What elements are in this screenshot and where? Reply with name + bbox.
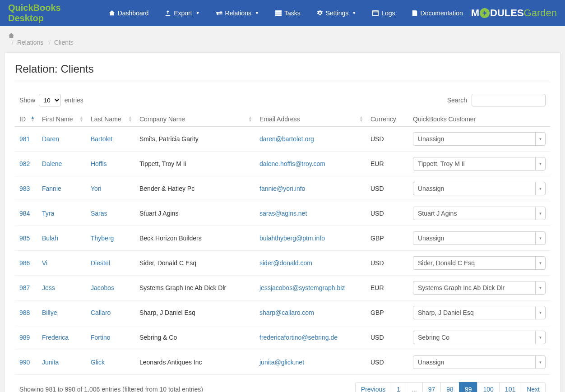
first-name-link[interactable]: Junita — [42, 359, 59, 366]
breadcrumb-home[interactable] — [8, 32, 557, 39]
email-link[interactable]: fredericafortino@sebring.de — [259, 334, 338, 341]
company-cell: Beck Horizon Builders — [135, 226, 255, 251]
nav-relations[interactable]: Relations▼ — [208, 0, 267, 26]
last-name-link[interactable]: Diestel — [91, 259, 110, 267]
qb-customer-select[interactable]: Unassign▼ — [413, 355, 546, 369]
id-link[interactable]: 986 — [19, 259, 30, 267]
col-id[interactable]: ID▲▼ — [15, 112, 37, 127]
nav-settings[interactable]: Settings▼ — [309, 0, 365, 26]
qb-customer-select[interactable]: Systems Graph Inc Ab Dick Dlr▼ — [413, 281, 546, 295]
qb-customer-select[interactable]: Sider, Donald C Esq▼ — [413, 256, 546, 270]
company-cell: Leonards Antiques Inc — [135, 350, 255, 375]
table-row: 984TyraSarasStuart J Aginssaras@agins.ne… — [15, 201, 550, 226]
page-1[interactable]: 1 — [391, 382, 406, 392]
first-name-link[interactable]: Bulah — [42, 235, 58, 242]
nav-logs[interactable]: Logs — [364, 0, 403, 26]
currency-cell: USD — [366, 350, 408, 375]
page-98[interactable]: 98 — [440, 382, 459, 392]
email-link[interactable]: dalene.hoffis@troy.com — [259, 160, 325, 167]
chevron-down-icon: ▼ — [535, 306, 545, 319]
page-next[interactable]: Next — [521, 382, 546, 392]
qb-customer-select[interactable]: Unassign▼ — [413, 132, 546, 146]
page-ellipsis[interactable]: ... — [406, 382, 423, 392]
page-title: Relation: Clients — [15, 63, 550, 82]
pagination: Previous1...979899100101Next — [356, 382, 546, 392]
last-name-link[interactable]: Jacobos — [91, 284, 114, 291]
email-link[interactable]: fannie@yori.info — [259, 185, 305, 192]
chevron-down-icon: ▼ — [535, 356, 545, 369]
email-link[interactable]: junita@glick.net — [259, 359, 304, 366]
col-first-name[interactable]: First Name▲▼ — [37, 112, 86, 127]
currency-cell: GBP — [366, 226, 408, 251]
col-company[interactable]: Company Name▲▼ — [135, 112, 255, 127]
nav-documentation[interactable]: Documentation — [403, 0, 471, 26]
id-link[interactable]: 983 — [19, 185, 30, 192]
id-link[interactable]: 990 — [19, 359, 30, 366]
last-name-link[interactable]: Bartolet — [91, 135, 112, 143]
id-link[interactable]: 981 — [19, 135, 30, 143]
chevron-down-icon: ▼ — [352, 11, 356, 15]
page-99[interactable]: 99 — [459, 382, 478, 392]
email-link[interactable]: sharp@callaro.com — [259, 309, 314, 316]
sort-icon: ▲▼ — [128, 116, 132, 122]
length-control: Show 10 entries — [19, 94, 83, 106]
email-link[interactable]: bulahthyberg@ptm.info — [259, 235, 325, 242]
qb-customer-select[interactable]: Sharp, J Daniel Esq▼ — [413, 306, 546, 319]
nav-export[interactable]: Export▼ — [157, 0, 208, 26]
id-link[interactable]: 984 — [19, 210, 30, 217]
id-link[interactable]: 985 — [19, 235, 30, 242]
qb-customer-select[interactable]: Unassign▼ — [413, 182, 546, 195]
nav-tasks[interactable]: Tasks — [267, 0, 309, 26]
sort-icon: ▲▼ — [79, 116, 83, 122]
qb-customer-select[interactable]: Sebring Co▼ — [413, 331, 546, 344]
qb-customer-select[interactable]: Unassign▼ — [413, 231, 546, 245]
home-icon — [109, 10, 115, 16]
id-link[interactable]: 987 — [19, 284, 30, 291]
page-97[interactable]: 97 — [422, 382, 441, 392]
currency-cell: USD — [366, 325, 408, 350]
last-name-link[interactable]: Glick — [91, 359, 105, 366]
table-row: 988BillyeCallaroSharp, J Daniel Esqsharp… — [15, 300, 550, 325]
last-name-link[interactable]: Saras — [91, 210, 107, 217]
page-previous[interactable]: Previous — [355, 382, 391, 392]
currency-cell: EUR — [366, 276, 408, 300]
qb-customer-select[interactable]: Stuart J Agins▼ — [413, 207, 546, 220]
id-link[interactable]: 988 — [19, 309, 30, 316]
page-100[interactable]: 100 — [477, 382, 499, 392]
nav-dashboard[interactable]: Dashboard — [101, 0, 157, 26]
col-last-name[interactable]: Last Name▲▼ — [86, 112, 135, 127]
first-name-link[interactable]: Fannie — [42, 185, 61, 192]
chevron-down-icon: ▼ — [196, 11, 200, 15]
first-name-link[interactable]: Frederica — [42, 334, 69, 341]
first-name-link[interactable]: Jess — [42, 284, 55, 291]
company-cell: Sider, Donald C Esq — [135, 251, 255, 276]
email-link[interactable]: daren@bartolet.org — [259, 135, 314, 143]
first-name-link[interactable]: Billye — [42, 309, 57, 316]
table-row: 985BulahThybergBeck Horizon Buildersbula… — [15, 226, 550, 251]
first-name-link[interactable]: Daren — [42, 135, 59, 143]
qb-customer-select[interactable]: Tippett, Troy M Ii▼ — [413, 157, 546, 171]
first-name-link[interactable]: Vi — [42, 259, 47, 267]
first-name-link[interactable]: Tyra — [42, 210, 54, 217]
email-link[interactable]: saras@agins.net — [259, 210, 307, 217]
page-101[interactable]: 101 — [499, 382, 521, 392]
first-name-link[interactable]: Dalene — [42, 160, 62, 167]
last-name-link[interactable]: Thyberg — [91, 235, 114, 242]
modulesgarden-logo: M✦DULESGarden — [471, 7, 557, 19]
col-email[interactable]: Email Address▲▼ — [255, 112, 366, 127]
company-cell: Sharp, J Daniel Esq — [135, 300, 255, 325]
id-link[interactable]: 982 — [19, 160, 30, 167]
chevron-down-icon: ▼ — [535, 232, 545, 244]
last-name-link[interactable]: Hoffis — [91, 160, 107, 167]
last-name-link[interactable]: Fortino — [91, 334, 111, 341]
brand-title: QuickBooks Desktop — [8, 3, 92, 23]
breadcrumb-relations[interactable]: Relations — [17, 39, 43, 46]
page-length-select[interactable]: 10 — [39, 94, 61, 106]
search-input[interactable] — [472, 94, 546, 106]
email-link[interactable]: jessjacobos@systemgraph.biz — [259, 284, 345, 291]
last-name-link[interactable]: Yori — [91, 185, 102, 192]
last-name-link[interactable]: Callaro — [91, 309, 111, 316]
chevron-down-icon: ▼ — [535, 157, 545, 170]
email-link[interactable]: sider@donald.com — [259, 259, 312, 267]
id-link[interactable]: 989 — [19, 334, 30, 341]
